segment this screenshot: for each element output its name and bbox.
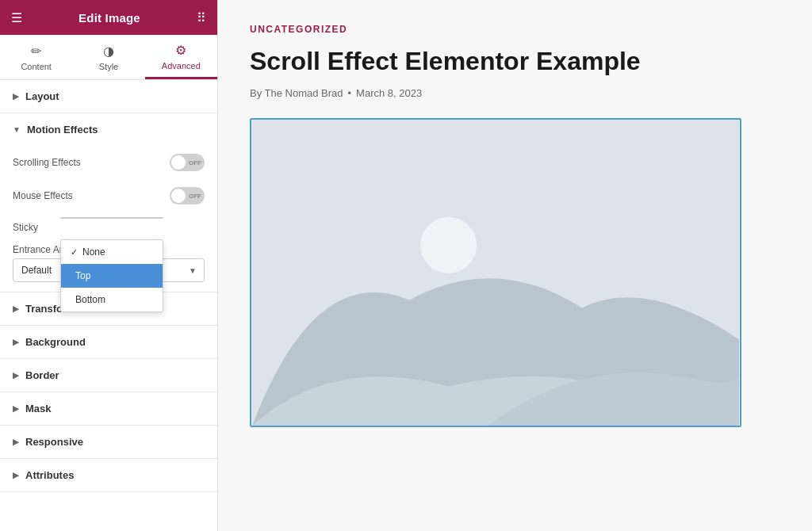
- collapse-handle[interactable]: [217, 251, 218, 280]
- motion-effects-label: Motion Effects: [27, 124, 98, 136]
- advanced-tab-icon: ⚙: [175, 43, 186, 58]
- responsive-section: ▶ Responsive: [0, 426, 217, 459]
- sticky-dropdown-menu: ✓ None Top Bottom: [60, 239, 163, 312]
- sticky-top-label: Top: [75, 270, 90, 281]
- sidebar-scroll-area: ▶ Layout ▼ Motion Effects Scrolling Effe…: [0, 80, 217, 531]
- scrolling-effects-toggle[interactable]: OFF: [170, 154, 205, 171]
- mouse-effects-track[interactable]: OFF: [170, 187, 205, 204]
- border-section-header[interactable]: ▶ Border: [0, 359, 217, 392]
- content-tab-icon: ✏: [31, 44, 41, 59]
- article-date: March 8, 2023: [356, 87, 422, 99]
- sticky-bottom-label: Bottom: [75, 294, 105, 305]
- mouse-effects-row: Mouse Effects OFF: [0, 179, 217, 212]
- scrolling-effects-track[interactable]: OFF: [170, 154, 205, 171]
- motion-effects-section: ▼ Motion Effects Scrolling Effects OFF M…: [0, 113, 217, 292]
- mouse-off-label: OFF: [189, 193, 201, 200]
- sticky-option-bottom[interactable]: Bottom: [61, 288, 163, 311]
- motion-chevron-icon: ▼: [13, 125, 21, 134]
- sticky-none-check: ✓: [71, 247, 78, 258]
- responsive-chevron-icon: ▶: [13, 437, 19, 446]
- responsive-section-header[interactable]: ▶ Responsive: [0, 426, 217, 458]
- tab-style-label: Style: [99, 62, 118, 71]
- article-meta: By The Nomad Brad • March 8, 2023: [250, 87, 780, 99]
- attributes-section: ▶ Attributes: [0, 459, 217, 492]
- sticky-dropdown[interactable]: ✓ None Top Bottom: [60, 217, 163, 219]
- scrolling-effects-label: Scrolling Effects: [13, 157, 81, 168]
- tab-content-label: Content: [21, 62, 52, 71]
- mouse-effects-toggle[interactable]: OFF: [170, 187, 205, 204]
- layout-chevron-icon: ▶: [13, 92, 19, 101]
- sticky-dropdown-container: ✓ None Top Bottom: [60, 217, 205, 219]
- tab-style[interactable]: ◑ Style: [72, 35, 144, 79]
- scrolling-effects-row: Scrolling Effects OFF: [0, 146, 217, 179]
- background-section-label: Background: [25, 336, 86, 348]
- main-content: UNCATEGORIZED Scroll Effect Elementor Ex…: [218, 0, 812, 531]
- layout-section-label: Layout: [25, 90, 59, 102]
- motion-effects-header[interactable]: ▼ Motion Effects: [0, 113, 217, 146]
- layout-section: ▶ Layout: [0, 80, 217, 113]
- sidebar: ☰ Edit Image ⠿ ✏ Content ◑ Style ⚙ Advan…: [0, 0, 218, 531]
- grid-icon[interactable]: ⠿: [197, 10, 206, 25]
- article-image: [250, 118, 741, 427]
- sticky-none-label: None: [82, 246, 105, 258]
- mask-section: ▶ Mask: [0, 392, 217, 426]
- meta-dot: •: [348, 87, 352, 99]
- background-section-header[interactable]: ▶ Background: [0, 326, 217, 358]
- sidebar-header: ☰ Edit Image ⠿: [0, 0, 217, 35]
- sticky-option-none[interactable]: ✓ None: [61, 240, 163, 264]
- sticky-label: Sticky: [13, 222, 60, 233]
- article-title: Scroll Effect Elementor Example: [250, 46, 780, 76]
- border-section: ▶ Border: [0, 359, 217, 392]
- mouse-effects-label: Mouse Effects: [13, 190, 73, 201]
- scrolling-off-label: OFF: [189, 159, 201, 166]
- sticky-row: Sticky ✓ None Top: [0, 212, 217, 238]
- mask-section-header[interactable]: ▶ Mask: [0, 392, 217, 425]
- article-category: UNCATEGORIZED: [250, 24, 780, 35]
- tab-bar: ✏ Content ◑ Style ⚙ Advanced: [0, 35, 217, 80]
- responsive-section-label: Responsive: [25, 436, 83, 448]
- image-svg: [251, 120, 740, 426]
- tab-content[interactable]: ✏ Content: [0, 35, 72, 79]
- tab-advanced-label: Advanced: [162, 61, 201, 71]
- border-chevron-icon: ▶: [13, 371, 19, 380]
- article-author: By The Nomad Brad: [250, 87, 343, 99]
- svg-point-1: [420, 217, 477, 273]
- transform-chevron-icon: ▶: [13, 304, 19, 313]
- background-chevron-icon: ▶: [13, 338, 19, 346]
- menu-icon[interactable]: ☰: [11, 10, 22, 25]
- layout-section-header[interactable]: ▶ Layout: [0, 80, 217, 113]
- attributes-chevron-icon: ▶: [13, 471, 19, 479]
- background-section: ▶ Background: [0, 326, 217, 359]
- sticky-option-top[interactable]: Top: [61, 264, 163, 288]
- style-tab-icon: ◑: [103, 44, 114, 59]
- attributes-section-header[interactable]: ▶ Attributes: [0, 459, 217, 491]
- mask-chevron-icon: ▶: [13, 404, 19, 413]
- tab-advanced[interactable]: ⚙ Advanced: [145, 35, 217, 79]
- border-section-label: Border: [25, 369, 59, 381]
- editor-title: Edit Image: [79, 11, 140, 25]
- mask-section-label: Mask: [25, 403, 52, 414]
- attributes-section-label: Attributes: [25, 469, 74, 481]
